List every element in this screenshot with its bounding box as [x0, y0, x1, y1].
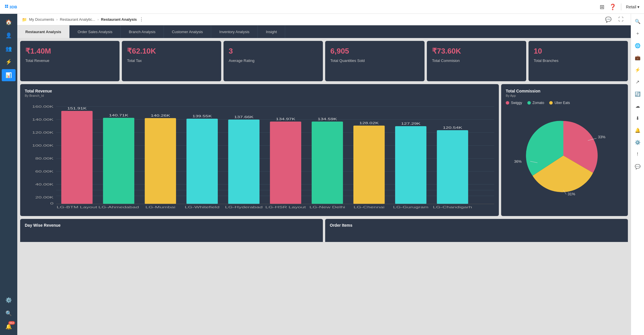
svg-text:160.00K: 160.00K	[32, 105, 54, 108]
bar-chart-card: Total Revenue By Branch_Id 160.00K 140.0…	[20, 84, 499, 216]
tab-customer[interactable]: Customer Analysis	[164, 25, 211, 38]
breadcrumb-more[interactable]: ⋮	[139, 17, 144, 22]
kpi-card-branches: 10 Total Branches	[529, 41, 628, 81]
kpi-card-revenue: ₹1.40M Total Revenue	[20, 41, 120, 81]
download-icon[interactable]: ⬇	[632, 113, 643, 123]
chat-header-icon[interactable]: 💬	[603, 14, 613, 25]
tab-restaurant[interactable]: Restaurant Analysis	[17, 25, 70, 38]
svg-rect-26	[103, 118, 135, 204]
kpi-label-quantities: Total Quantities Sold	[330, 58, 419, 63]
svg-text:36%: 36%	[514, 159, 522, 164]
svg-text:140.71K: 140.71K	[109, 114, 128, 117]
nav-divider	[621, 3, 621, 10]
cloud-download-icon[interactable]: ☁	[632, 101, 643, 111]
kpi-value-rating: 3	[229, 47, 318, 56]
svg-rect-32	[186, 119, 218, 204]
svg-text:151.91K: 151.91K	[67, 107, 87, 110]
tab-insight[interactable]: Insight	[258, 25, 285, 38]
sidebar-item-dashboard[interactable]: 📊	[2, 69, 16, 81]
svg-rect-35	[228, 120, 260, 204]
svg-text:100.00K: 100.00K	[32, 144, 54, 147]
folder-icon: 📁	[22, 17, 27, 22]
bar-chart-svg: 160.00K 140.00K 120.00K 100.00K 80.00K 6…	[25, 101, 494, 210]
legend-label-zomato: Zomato	[533, 101, 544, 105]
left-sidebar: 🏠 👤 👥 ⚡ 📊 ⚙️ 🔍 🔔 553	[0, 14, 17, 335]
svg-rect-23	[61, 111, 93, 204]
help-icon[interactable]: ❓	[609, 3, 616, 10]
svg-text:128.02K: 128.02K	[359, 122, 379, 125]
expand-icon[interactable]: ⛶	[616, 14, 626, 25]
breadcrumb-item-2[interactable]: Restaurant Analytic...	[60, 17, 95, 22]
pie-chart-subtitle: By App	[506, 94, 623, 97]
breadcrumb-item-1[interactable]: My Documents	[29, 17, 54, 22]
kpi-card-tax: ₹62.10K Total Tax	[122, 41, 221, 81]
globe-icon[interactable]: 🌐	[632, 40, 643, 51]
sidebar-item-home[interactable]: 🏠	[2, 16, 16, 28]
svg-text:140.00K: 140.00K	[32, 118, 54, 121]
kpi-value-commission: ₹73.60K	[432, 47, 521, 56]
sidebar-item-search[interactable]: 🔍	[2, 307, 16, 319]
svg-text:LG-Whitefield: LG-Whitefield	[185, 205, 219, 209]
settings-icon[interactable]: ⚙️	[632, 137, 643, 147]
briefcase-icon[interactable]: 💼	[632, 52, 643, 63]
retail-dropdown[interactable]: Retail ▾	[626, 5, 639, 9]
svg-text:LG-Chennai: LG-Chennai	[354, 205, 384, 209]
sidebar-item-data[interactable]: ⚡	[2, 56, 16, 68]
logo-svg: 3DB	[5, 2, 22, 12]
tab-order-sales[interactable]: Order Sales Analysis	[70, 25, 121, 38]
bar-chart-title: Total Revenue	[25, 89, 494, 93]
svg-text:LG-Mumbai: LG-Mumbai	[145, 205, 175, 209]
sidebar-item-users[interactable]: 👥	[2, 43, 16, 55]
bottom-title-daywise: Day Wise Revenue	[25, 223, 318, 228]
svg-text:40.00K: 40.00K	[35, 183, 54, 186]
alert-icon[interactable]: !	[632, 149, 643, 160]
grid-icon[interactable]: ⊞	[600, 3, 605, 10]
top-nav: 3DB ⊞ ❓ Retail ▾	[0, 0, 644, 14]
sidebar-item-notifications[interactable]: 🔔 553	[2, 321, 16, 333]
svg-text:LG-Hyderabad: LG-Hyderabad	[225, 205, 263, 209]
tab-inventory[interactable]: Inventory Analysis	[211, 25, 258, 38]
legend-dot-zomato	[527, 101, 531, 105]
legend-label-swiggy: Swiggy	[511, 101, 522, 105]
tab-branch[interactable]: Branch Analysis	[121, 25, 164, 38]
svg-text:31%: 31%	[568, 192, 575, 196]
kpi-value-branches: 10	[534, 47, 623, 56]
svg-text:139.55K: 139.55K	[192, 115, 212, 118]
refresh-icon[interactable]: 🔄	[632, 89, 643, 99]
legend-zomato: Zomato	[527, 101, 544, 105]
legend-label-ubereats: Uber Eats	[554, 101, 570, 105]
kpi-value-quantities: 6,905	[330, 47, 419, 56]
svg-text:LG-New Delhi: LG-New Delhi	[309, 205, 345, 209]
share-icon[interactable]: ↗	[632, 77, 643, 87]
bottom-title-orderitems: Order Items	[330, 223, 623, 228]
legend-dot-ubereats	[549, 101, 553, 105]
tabs-bar: Restaurant Analysis Order Sales Analysis…	[17, 25, 631, 38]
logo: 3DB	[5, 2, 22, 12]
kpi-card-quantities: 6,905 Total Quantities Sold	[325, 41, 425, 81]
sidebar-item-user[interactable]: 👤	[2, 29, 16, 41]
chat-icon[interactable]: 💬	[632, 161, 643, 172]
svg-rect-41	[312, 122, 343, 204]
add-icon[interactable]: ＋	[632, 28, 643, 39]
filter-icon[interactable]: ⚡	[632, 65, 643, 75]
pie-chart-svg: 33% 36% 31%	[506, 109, 621, 196]
svg-text:127.29K: 127.29K	[401, 122, 421, 125]
svg-text:20.00K: 20.00K	[35, 196, 54, 199]
breadcrumb-item-3[interactable]: Restaurant Analysis	[101, 17, 137, 22]
svg-rect-2	[5, 6, 7, 8]
right-sidebar: 🔍 ＋ 🌐 💼 ⚡ ↗ 🔄 ☁ ⬇ 🔔 ⚙️ ! 💬	[631, 14, 644, 335]
bottom-card-daywise: Day Wise Revenue	[20, 219, 323, 242]
svg-rect-44	[353, 126, 385, 204]
charts-row: Total Revenue By Branch_Id 160.00K 140.0…	[17, 84, 631, 219]
pie-chart-card: Total Commission By App Swiggy Zomato Ub…	[501, 84, 628, 216]
breadcrumb-sep-1: ›	[56, 18, 58, 22]
kpi-value-tax: ₹62.10K	[127, 47, 216, 56]
bottom-card-orderitems: Order Items	[325, 219, 628, 242]
sidebar-item-settings[interactable]: ⚙️	[2, 294, 16, 306]
breadcrumb-sep-2: ›	[98, 18, 99, 22]
main-content: 📁 My Documents › Restaurant Analytic... …	[17, 14, 631, 335]
search-icon[interactable]: 🔍	[632, 16, 643, 27]
bell-icon[interactable]: 🔔	[632, 125, 643, 135]
bottom-row: Day Wise Revenue Order Items	[17, 219, 631, 242]
legend-swiggy: Swiggy	[506, 101, 522, 105]
